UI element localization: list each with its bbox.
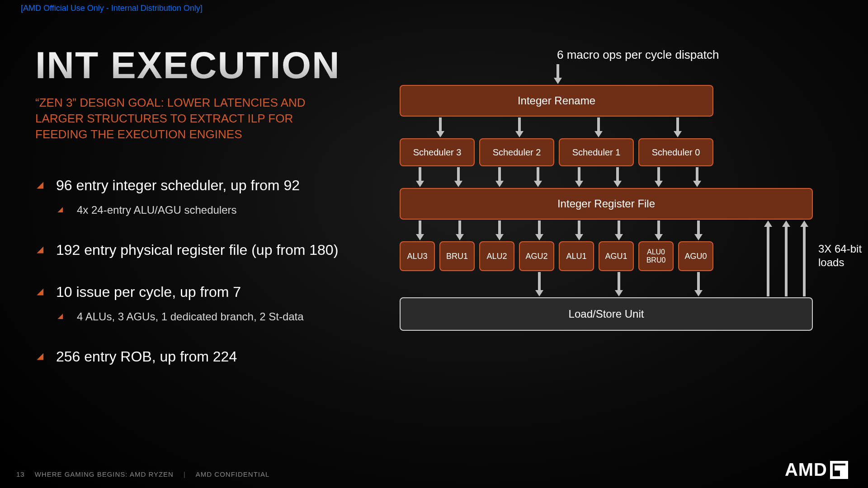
arrow-icon bbox=[656, 167, 662, 187]
block-scheduler: Scheduler 1 bbox=[559, 138, 634, 166]
block-scheduler: Scheduler 3 bbox=[400, 138, 475, 166]
block-register-file: Integer Register File bbox=[400, 188, 813, 220]
arrow-icon bbox=[457, 221, 463, 240]
bullet-text: 192 entry physical register file (up fro… bbox=[56, 242, 338, 258]
page-number: 13 bbox=[16, 470, 25, 478]
bullet-text: 10 issue per cycle, up from 7 bbox=[56, 284, 241, 300]
arrow-icon bbox=[536, 272, 542, 296]
list-item: 256 entry ROB, up from 224 bbox=[35, 348, 361, 365]
loads-label: 3X 64-bit loads bbox=[818, 242, 868, 269]
arrow-icon bbox=[765, 221, 771, 296]
arrow-icon bbox=[675, 117, 681, 137]
bullet-text: 256 entry ROB, up from 224 bbox=[56, 348, 237, 365]
block-exec-unit: BRU1 bbox=[439, 241, 475, 271]
arrow-icon bbox=[455, 167, 462, 187]
arrow-icon bbox=[496, 167, 503, 187]
arrow-icon bbox=[614, 167, 621, 187]
block-exec-unit: ALU2 bbox=[479, 241, 514, 271]
block-scheduler: Scheduler 2 bbox=[479, 138, 554, 166]
arrow-icon bbox=[417, 167, 423, 187]
sub-bullet-text: 4 ALUs, 3 AGUs, 1 dedicated branch, 2 St… bbox=[77, 310, 304, 323]
arrow-icon bbox=[555, 64, 561, 84]
arrow-icon bbox=[576, 167, 582, 187]
amd-logo-icon bbox=[830, 461, 848, 479]
bullet-list: 96 entry integer scheduler, up from 92 4… bbox=[35, 177, 361, 390]
list-item: 192 entry physical register file (up fro… bbox=[35, 242, 361, 258]
block-exec-unit: ALU3 bbox=[400, 241, 435, 271]
footer-confidential: AMD CONFIDENTIAL bbox=[196, 470, 270, 478]
footer-text: WHERE GAMING BEGINS: AMD RYZEN bbox=[35, 470, 174, 478]
block-exec-unit: AGU2 bbox=[519, 241, 554, 271]
list-item: 10 issue per cycle, up from 7 4 ALUs, 3 … bbox=[35, 284, 361, 323]
arrow-icon bbox=[417, 221, 423, 240]
sub-bullet-text: 4x 24-entry ALU/AGU schedulers bbox=[77, 204, 237, 216]
arrow-icon bbox=[516, 117, 523, 137]
arrow-icon bbox=[576, 221, 582, 240]
separator-icon: | bbox=[184, 470, 186, 478]
block-integer-rename: Integer Rename bbox=[400, 85, 713, 117]
arrow-icon bbox=[595, 117, 602, 137]
slide-subtitle: “ZEN 3” DESIGN GOAL: LOWER LATENCIES AND… bbox=[35, 95, 343, 142]
arrow-icon bbox=[437, 117, 443, 137]
block-exec-unit: ALU1 bbox=[559, 241, 594, 271]
block-exec-unit: AGU1 bbox=[599, 241, 634, 271]
dispatch-label: 6 macro ops per cycle dispatch bbox=[557, 48, 719, 62]
block-scheduler: Scheduler 0 bbox=[638, 138, 713, 166]
arrow-icon bbox=[801, 221, 807, 296]
block-exec-unit: AGU0 bbox=[678, 241, 713, 271]
arrow-icon bbox=[695, 221, 702, 240]
amd-logo: AMD bbox=[785, 460, 848, 480]
arrow-icon bbox=[783, 221, 789, 296]
pipeline-diagram: 6 macro ops per cycle dispatch Integer R… bbox=[381, 48, 824, 400]
arrow-icon bbox=[496, 221, 503, 240]
arrow-icon bbox=[695, 272, 702, 296]
arrow-icon bbox=[656, 221, 662, 240]
arrow-icon bbox=[616, 272, 622, 296]
block-exec-unit: ALU0 BRU0 bbox=[638, 241, 674, 271]
arrow-icon bbox=[694, 167, 700, 187]
logo-text: AMD bbox=[785, 460, 827, 480]
arrow-icon bbox=[535, 167, 541, 187]
slide-footer: 13 WHERE GAMING BEGINS: AMD RYZEN | AMD … bbox=[16, 470, 269, 478]
arrow-icon bbox=[616, 221, 622, 240]
list-item: 4 ALUs, 3 AGUs, 1 dedicated branch, 2 St… bbox=[56, 310, 361, 323]
list-item: 96 entry integer scheduler, up from 92 4… bbox=[35, 177, 361, 216]
bullet-text: 96 entry integer scheduler, up from 92 bbox=[56, 177, 300, 193]
list-item: 4x 24-entry ALU/AGU schedulers bbox=[56, 204, 361, 216]
arrow-icon bbox=[536, 221, 542, 240]
classification-banner: [AMD Official Use Only - Internal Distri… bbox=[21, 4, 203, 13]
slide-title: INT EXECUTION bbox=[35, 43, 340, 87]
block-load-store-unit: Load/Store Unit bbox=[400, 297, 813, 331]
